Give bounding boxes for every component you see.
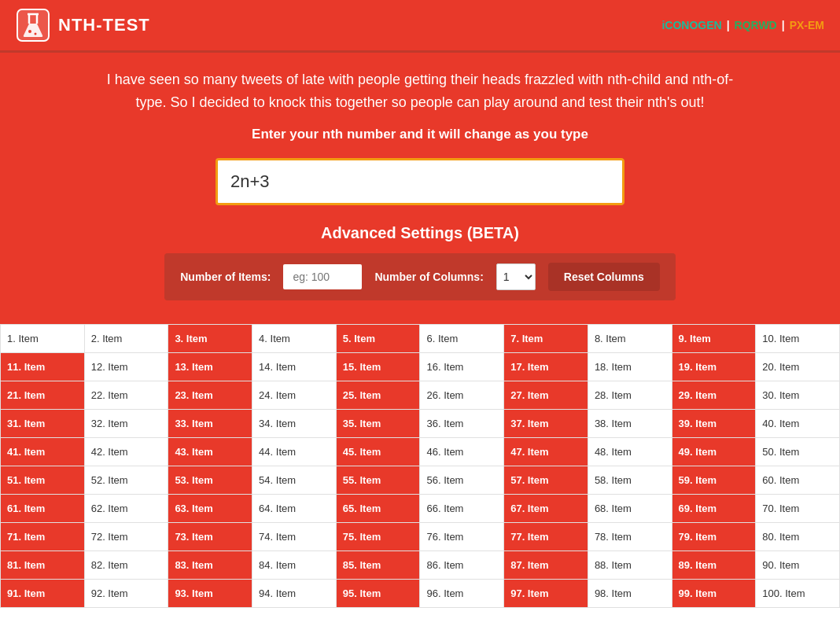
nth-input[interactable] — [230, 171, 610, 192]
grid-item: 60. Item — [756, 466, 840, 495]
grid-item: 44. Item — [252, 438, 337, 466]
grid-item: 57. Item — [504, 466, 588, 495]
grid-item: 32. Item — [85, 410, 169, 438]
grid-item: 48. Item — [588, 438, 672, 466]
grid-item: 43. Item — [168, 438, 252, 466]
grid-item: 77. Item — [504, 523, 588, 551]
grid-item: 80. Item — [756, 523, 840, 551]
grid-item: 29. Item — [672, 381, 757, 410]
grid-item: 99. Item — [672, 580, 757, 608]
grid-item: 62. Item — [85, 495, 169, 523]
grid-item: 30. Item — [756, 381, 840, 410]
grid-item: 75. Item — [337, 523, 421, 551]
grid-item: 11. Item — [1, 353, 85, 381]
header-nav: iCONOGEN | RQRWD | PX-EM — [661, 19, 824, 31]
grid-item: 5. Item — [337, 325, 421, 353]
grid-item: 40. Item — [756, 410, 840, 438]
grid-item: 63. Item — [168, 495, 252, 523]
grid-item: 85. Item — [337, 551, 421, 580]
grid-item: 53. Item — [168, 466, 252, 495]
hero-subtitle: Enter your nth number and it will change… — [31, 127, 809, 142]
grid-item: 12. Item — [85, 353, 169, 381]
grid-item: 25. Item — [337, 381, 421, 410]
grid-item: 66. Item — [420, 495, 504, 523]
grid-item: 92. Item — [85, 580, 169, 608]
grid-item: 76. Item — [420, 523, 504, 551]
grid-item: 17. Item — [504, 353, 588, 381]
nth-input-wrapper — [216, 158, 624, 205]
hero-section: I have seen so many tweets of late with … — [0, 53, 840, 324]
grid-item: 67. Item — [504, 495, 588, 523]
grid-item: 1. Item — [1, 325, 85, 353]
grid-item: 35. Item — [337, 410, 421, 438]
grid-item: 37. Item — [504, 410, 588, 438]
grid-item: 45. Item — [337, 438, 421, 466]
grid-item: 98. Item — [588, 580, 672, 608]
grid-item: 64. Item — [252, 495, 337, 523]
grid-item: 55. Item — [337, 466, 421, 495]
grid-item: 69. Item — [672, 495, 757, 523]
grid-item: 73. Item — [168, 523, 252, 551]
grid-item: 20. Item — [756, 353, 840, 381]
grid-item: 68. Item — [588, 495, 672, 523]
grid-item: 46. Item — [420, 438, 504, 466]
separator-1: | — [727, 19, 730, 31]
grid-item: 93. Item — [168, 580, 252, 608]
columns-select[interactable]: 1 2 3 4 5 — [496, 263, 536, 290]
separator-2: | — [782, 19, 785, 31]
grid-item: 26. Item — [420, 381, 504, 410]
grid-item: 65. Item — [337, 495, 421, 523]
items-input[interactable] — [283, 264, 362, 289]
grid-item: 89. Item — [672, 551, 757, 580]
grid-item: 97. Item — [504, 580, 588, 608]
grid-item: 71. Item — [1, 523, 85, 551]
grid-item: 52. Item — [85, 466, 169, 495]
svg-point-6 — [35, 33, 37, 35]
grid-item: 58. Item — [588, 466, 672, 495]
grid-item: 94. Item — [252, 580, 337, 608]
grid-item: 96. Item — [420, 580, 504, 608]
grid-item: 39. Item — [672, 410, 757, 438]
grid-item: 14. Item — [252, 353, 337, 381]
svg-point-5 — [28, 30, 31, 33]
grid-item: 82. Item — [85, 551, 169, 580]
grid-item: 90. Item — [756, 551, 840, 580]
grid-item: 100. Item — [756, 580, 840, 608]
grid-item: 88. Item — [588, 551, 672, 580]
advanced-settings-bar: Number of Items: Number of Columns: 1 2 … — [164, 253, 676, 300]
grid-item: 9. Item — [672, 325, 757, 353]
grid-item: 34. Item — [252, 410, 337, 438]
grid-item: 23. Item — [168, 381, 252, 410]
grid-item: 27. Item — [504, 381, 588, 410]
advanced-title: Advanced Settings (BETA) — [31, 224, 809, 242]
grid-item: 47. Item — [504, 438, 588, 466]
iconogen-link[interactable]: iCONOGEN — [661, 19, 721, 31]
pxem-link[interactable]: PX-EM — [790, 19, 824, 31]
grid-item: 87. Item — [504, 551, 588, 580]
grid-item: 13. Item — [168, 353, 252, 381]
hero-intro: I have seen so many tweets of late with … — [105, 68, 735, 114]
grid-item: 51. Item — [1, 466, 85, 495]
grid-item: 74. Item — [252, 523, 337, 551]
grid-item: 83. Item — [168, 551, 252, 580]
grid-item: 61. Item — [1, 495, 85, 523]
grid-item: 19. Item — [672, 353, 757, 381]
grid-item: 59. Item — [672, 466, 757, 495]
rqrwd-link[interactable]: RQRWD — [735, 19, 777, 31]
grid-item: 86. Item — [420, 551, 504, 580]
grid-item: 38. Item — [588, 410, 672, 438]
grid-item: 8. Item — [588, 325, 672, 353]
grid-item: 54. Item — [252, 466, 337, 495]
grid-item: 41. Item — [1, 438, 85, 466]
grid-item: 91. Item — [1, 580, 85, 608]
grid-item: 6. Item — [420, 325, 504, 353]
grid-item: 72. Item — [85, 523, 169, 551]
reset-columns-button[interactable]: Reset Columns — [548, 263, 660, 291]
site-title: NTH-TEST — [58, 15, 150, 35]
grid-item: 24. Item — [252, 381, 337, 410]
grid-item: 36. Item — [420, 410, 504, 438]
grid-item: 10. Item — [756, 325, 840, 353]
header-left: NTH-TEST — [16, 8, 150, 42]
grid-item: 81. Item — [1, 551, 85, 580]
grid-item: 70. Item — [756, 495, 840, 523]
